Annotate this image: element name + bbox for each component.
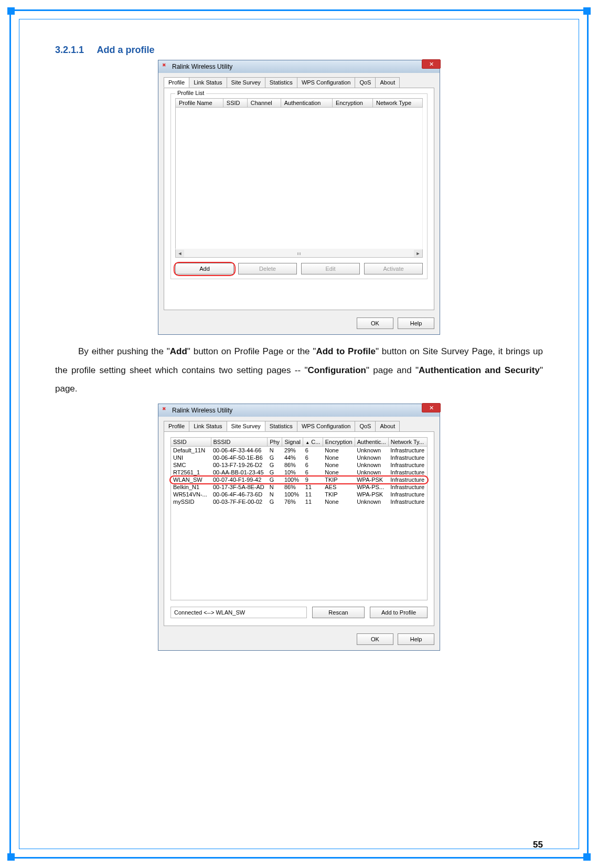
cell-auth: WPA-PS... (355, 483, 388, 491)
col-phy[interactable]: Phy (268, 438, 282, 447)
table-row[interactable]: Belkin_N100-17-3F-5A-8E-ADN86%11AESWPA-P… (171, 483, 428, 491)
section-title: Add a profile (97, 45, 155, 55)
tab-panel-site-survey: SSID BSSID Phy Signal ▲ C... Encryption … (164, 431, 434, 626)
help-button[interactable]: Help (398, 633, 434, 645)
tab-site-survey[interactable]: Site Survey (227, 77, 265, 88)
tab-qos[interactable]: QoS (355, 421, 376, 431)
cell-signal: 44% (282, 454, 303, 461)
dialog-ralink-site-survey: Ralink Wireless Utility ✕ ProfileLink St… (158, 404, 440, 651)
col-channel[interactable]: ▲ C... (303, 438, 323, 447)
col-network-type[interactable]: Network Type (372, 99, 422, 108)
titlebar-text: Ralink Wireless Utility (172, 63, 232, 70)
cell-auth: Unknown (355, 454, 388, 461)
cell-enc: TKIP (323, 491, 355, 498)
table-row[interactable]: SMC00-13-F7-19-26-D2G86%6NoneUnknownInfr… (171, 461, 428, 469)
help-button-label: Help (410, 320, 422, 326)
col-network-type[interactable]: Network Ty... (388, 438, 427, 447)
tab-panel-profile: Profile List Profile NameSSIDChannelAuth… (164, 88, 434, 310)
dialog-bottom-bar: OK Help (158, 314, 440, 334)
tab-wps-configuration[interactable]: WPS Configuration (297, 421, 356, 431)
table-row[interactable]: mySSID00-03-7F-FE-00-02G76%11NoneUnknown… (171, 498, 428, 505)
tab-statistics[interactable]: Statistics (265, 421, 297, 431)
cell-ssid: WLAN_SW (171, 476, 211, 483)
edit-button[interactable]: Edit (301, 263, 360, 274)
tab-statistics[interactable]: Statistics (265, 77, 297, 88)
rescan-button[interactable]: Rescan (312, 607, 365, 618)
activate-button[interactable]: Activate (364, 263, 423, 274)
cell-enc: None (323, 447, 355, 454)
close-icon: ✕ (429, 61, 434, 68)
cell-phy: G (268, 469, 282, 476)
app-icon (162, 63, 169, 70)
col-channel[interactable]: Channel (247, 99, 281, 108)
table-row (171, 505, 428, 600)
horizontal-scrollbar[interactable]: ◄ ııı ► (175, 249, 423, 258)
tab-wps-configuration[interactable]: WPS Configuration (297, 77, 356, 88)
ok-button[interactable]: OK (357, 317, 393, 329)
table-row[interactable]: WLAN_SW00-07-40-F1-99-42G100%9TKIPWPA-PS… (171, 476, 428, 483)
col-ssid[interactable]: SSID (171, 438, 211, 447)
table-row[interactable]: Default_11N00-06-4F-33-44-66N29%6NoneUnk… (171, 447, 428, 454)
tab-about[interactable]: About (375, 77, 400, 88)
scroll-thumb-icon[interactable]: ııı (297, 251, 301, 256)
cell-phy: G (268, 476, 282, 483)
site-survey-table[interactable]: SSID BSSID Phy Signal ▲ C... Encryption … (170, 437, 428, 600)
cell-ch: 6 (303, 469, 323, 476)
cell-auth: Unknown (355, 447, 388, 454)
cell-ch: 11 (303, 483, 323, 491)
tab-link-status[interactable]: Link Status (189, 77, 227, 88)
profile-list-table[interactable]: Profile NameSSIDChannelAuthenticationEnc… (175, 98, 423, 249)
cell-ch: 11 (303, 491, 323, 498)
col-profile-name[interactable]: Profile Name (176, 99, 223, 108)
col-bssid[interactable]: BSSID (211, 438, 268, 447)
col-authentication[interactable]: Authentic... (355, 438, 388, 447)
titlebar[interactable]: Ralink Wireless Utility ✕ (158, 60, 440, 73)
cell-auth: Unknown (355, 498, 388, 505)
cell-ssid: mySSID (171, 498, 211, 505)
table-row[interactable]: WR514VN-...00-06-4F-46-73-6DN100%11TKIPW… (171, 491, 428, 498)
body-paragraph: By either pushing the "Add" button on Pr… (55, 342, 543, 398)
col-channel-label: C... (311, 439, 320, 445)
tab-site-survey[interactable]: Site Survey (227, 421, 265, 431)
cell-net: Infrastructure (388, 483, 427, 491)
cell-phy: N (268, 491, 282, 498)
col-encryption[interactable]: Encryption (332, 99, 372, 108)
col-authentication[interactable]: Authentication (281, 99, 332, 108)
close-button[interactable]: ✕ (422, 403, 441, 412)
scroll-right-icon[interactable]: ► (414, 250, 422, 257)
cell-bssid: 00-06-4F-46-73-6D (211, 491, 268, 498)
app-icon (162, 407, 169, 414)
table-row[interactable]: RT2561_100-AA-BB-01-23-45G10%6NoneUnknow… (171, 469, 428, 476)
close-button[interactable]: ✕ (422, 59, 441, 69)
tab-qos[interactable]: QoS (355, 77, 376, 88)
delete-button[interactable]: Delete (238, 263, 297, 274)
cell-bssid: 00-AA-BB-01-23-45 (211, 469, 268, 476)
tab-profile[interactable]: Profile (164, 421, 189, 431)
cell-phy: G (268, 461, 282, 469)
tab-link-status[interactable]: Link Status (189, 421, 227, 431)
col-ssid[interactable]: SSID (223, 99, 247, 108)
cell-net: Infrastructure (388, 447, 427, 454)
help-button[interactable]: Help (398, 317, 434, 329)
cell-signal: 100% (282, 476, 303, 483)
cell-enc: AES (323, 483, 355, 491)
tab-profile[interactable]: Profile (164, 77, 189, 88)
table-row[interactable]: UNI00-06-4F-50-1E-B6G44%6NoneUnknownInfr… (171, 454, 428, 461)
cell-enc: None (323, 454, 355, 461)
add-to-profile-button[interactable]: Add to Profile (370, 607, 428, 618)
cell-signal: 86% (282, 461, 303, 469)
col-encryption[interactable]: Encryption (323, 438, 355, 447)
titlebar[interactable]: Ralink Wireless Utility ✕ (158, 404, 440, 417)
edit-button-label: Edit (326, 266, 336, 272)
text-segment: By either pushing the " (78, 346, 170, 356)
corner-square (7, 7, 15, 15)
cell-auth: WPA-PSK (355, 476, 388, 483)
scroll-left-icon[interactable]: ◄ (176, 250, 184, 257)
tab-about[interactable]: About (375, 421, 400, 431)
corner-square (583, 853, 591, 861)
add-button[interactable]: Add (175, 263, 234, 274)
tab-strip: ProfileLink StatusSite SurveyStatisticsW… (164, 77, 434, 88)
table-header-row: Profile NameSSIDChannelAuthenticationEnc… (176, 99, 423, 108)
ok-button[interactable]: OK (357, 633, 393, 645)
col-signal[interactable]: Signal (282, 438, 303, 447)
